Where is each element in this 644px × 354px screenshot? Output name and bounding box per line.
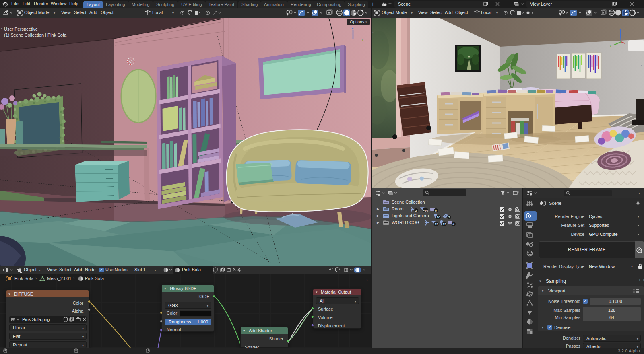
svg-text:5: 5 <box>415 209 417 212</box>
svg-text:▾: ▾ <box>365 21 367 23</box>
svg-text:‹: ‹ <box>372 31 374 35</box>
svg-text:2: 2 <box>448 216 450 219</box>
svg-text:Options: Options <box>350 19 364 24</box>
svg-text:10: 10 <box>437 216 440 219</box>
svg-text:12: 12 <box>435 222 438 226</box>
svg-text:y: y <box>610 44 611 47</box>
svg-text:6: 6 <box>435 209 437 212</box>
svg-text:›: › <box>1 27 2 31</box>
svg-text:z: z <box>352 25 354 29</box>
svg-text:4: 4 <box>453 222 455 226</box>
svg-text:(1) Scene Collection | Pink So: (1) Scene Collection | Pink Sofa <box>4 33 67 37</box>
svg-text:+99: +99 <box>423 209 429 212</box>
svg-text:12: 12 <box>443 222 446 226</box>
svg-text:User Perspective: User Perspective <box>4 27 38 31</box>
svg-text:‹: ‹ <box>641 64 642 68</box>
svg-text:y: y <box>362 38 363 41</box>
